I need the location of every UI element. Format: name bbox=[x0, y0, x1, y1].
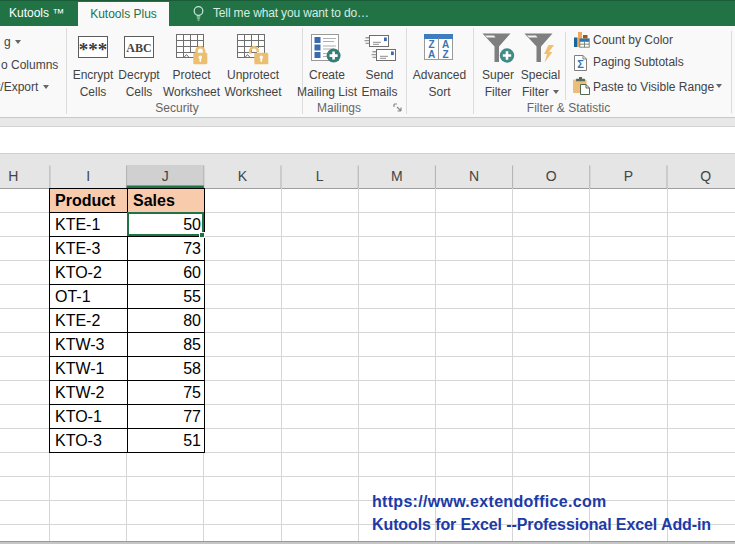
svg-text:M: M bbox=[391, 168, 403, 184]
svg-text:L: L bbox=[316, 168, 324, 184]
svg-text:P: P bbox=[624, 168, 633, 184]
svg-text:Q: Q bbox=[700, 168, 711, 184]
svg-text:ABC: ABC bbox=[126, 41, 151, 55]
svg-text:A: A bbox=[428, 49, 435, 60]
svg-text:O: O bbox=[546, 168, 557, 184]
svg-text:N: N bbox=[469, 168, 479, 184]
svg-text:I: I bbox=[86, 168, 90, 184]
svg-text:H: H bbox=[8, 168, 18, 184]
svg-text:K: K bbox=[238, 168, 248, 184]
svg-text:Σ: Σ bbox=[577, 58, 584, 70]
svg-text:J: J bbox=[162, 168, 169, 184]
svg-text:***: *** bbox=[79, 39, 108, 59]
svg-text:Z: Z bbox=[442, 49, 448, 60]
